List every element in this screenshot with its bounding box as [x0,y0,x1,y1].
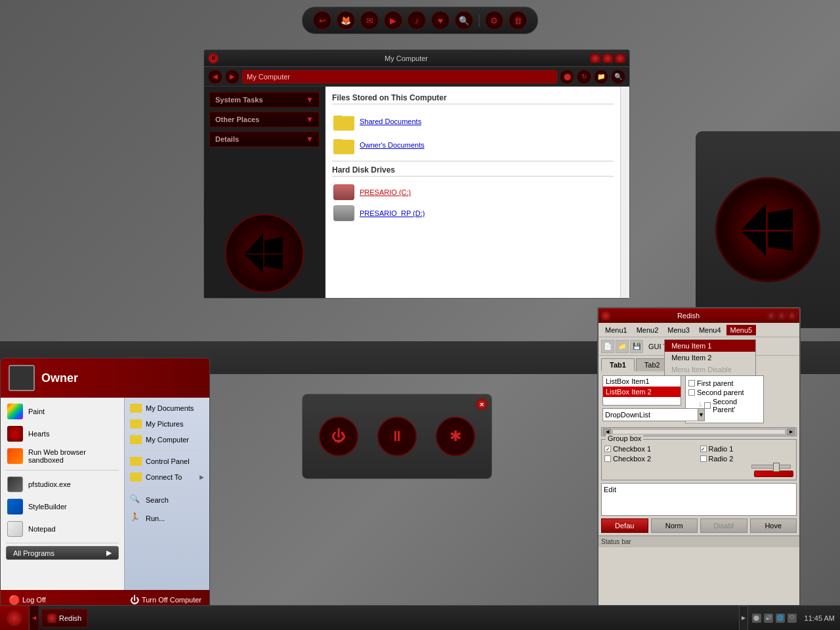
checkbox-1[interactable]: Checkbox 1 [604,445,698,453]
presario-c-item[interactable]: PRESARIO (C:) [332,182,614,203]
taskbar-scroll-left[interactable]: ◀ [30,606,39,631]
slider-thumb[interactable] [773,463,780,472]
owner-documents-item[interactable]: Owner's Documents [332,133,614,157]
dropdown-item-2[interactable]: Menu Item 2 [665,352,755,364]
redish-minimize-button[interactable] [766,312,776,320]
presario-rp-item[interactable]: PRESARIO_RP (D:) [332,203,614,224]
nav-go-button[interactable]: ⬤ [560,70,574,84]
radio-1[interactable]: Radio 1 [700,445,794,453]
right-item-my-pictures[interactable]: My Pictures [125,416,209,432]
menu-item-hearts[interactable]: Hearts [1,423,124,445]
menu-item-browser[interactable]: Run Web browser sandboxed [1,445,124,467]
redish-menu2[interactable]: Menu2 [633,325,663,335]
nav-refresh-button[interactable]: ↻ [577,70,591,84]
tree-checkbox-first[interactable] [688,380,695,387]
hover-button[interactable]: Hove [750,518,797,533]
menu-item-stylebuilder[interactable]: StyleBuilder [1,495,124,518]
redish-menu5[interactable]: Menu5 [726,325,757,335]
taskbar-scroll-right[interactable]: ▶ [739,606,748,631]
dropdown-combo-button[interactable]: ▼ [698,408,705,421]
toolbar-mail-icon[interactable]: ✉ [360,11,379,30]
dropdown-combo-input[interactable] [602,408,698,421]
default-button[interactable]: Defau [601,518,648,533]
redish-menu3[interactable]: Menu3 [663,325,694,335]
power-shutdown-button[interactable]: ⏻ [319,417,358,456]
minimize-button[interactable] [590,54,600,63]
toolbar-trash-icon[interactable]: 🗑 [509,11,527,30]
right-item-my-documents[interactable]: My Documents [125,400,209,416]
slider-track[interactable] [751,465,791,469]
taskbar-redish-label: Redish [59,614,81,622]
edit-box[interactable]: Edit [601,483,797,516]
right-item-control-panel[interactable]: Control Panel [125,453,209,469]
checkbox-2[interactable]: Checkbox 2 [604,455,698,463]
redish-new-icon[interactable]: 📄 [601,340,614,353]
popup-close-button[interactable]: ✕ [476,398,488,410]
menu-item-pfstudiox[interactable]: pfstudiox.exe [1,473,124,495]
listbox-item-1[interactable]: ListBox Item1 [603,376,681,387]
power-restart-button[interactable]: ⏸ [377,417,417,456]
sidebar-system-tasks-arrow: ▼ [306,95,314,104]
redish-menu1[interactable]: Menu1 [601,325,631,335]
redish-maximize-button[interactable] [777,312,786,320]
right-item-search[interactable]: 🔍 Search [125,491,209,509]
sidebar-system-tasks[interactable]: System Tasks ▼ [209,92,320,108]
window-scrollbar[interactable] [620,87,629,298]
taskbar-redish-item[interactable]: Redish [41,609,87,627]
sidebar-details[interactable]: Details ▼ [209,131,320,147]
redish-menu4[interactable]: Menu4 [695,325,725,335]
menu-item-notepad[interactable]: Notepad [1,518,124,540]
nav-folder-button[interactable]: 📁 [594,70,608,84]
toolbar-play-icon[interactable]: ▶ [384,11,402,30]
toolbar-firefox-icon[interactable]: 🦊 [337,11,355,30]
power-hibernate-button[interactable]: ✱ [436,417,475,456]
status-bar-text: Status bar [601,538,631,545]
redish-open-icon[interactable]: 📁 [616,340,629,353]
close-button[interactable] [615,54,625,63]
radio-2-label: Radio 2 [709,455,734,463]
shared-documents-item[interactable]: Shared Documents [332,110,614,133]
all-programs-button[interactable]: All Programs ▶ [6,546,119,560]
right-item-my-computer[interactable]: My Computer [125,432,209,448]
forward-button[interactable]: ▶ [225,70,240,84]
toolbar-settings-icon[interactable]: ⚙ [485,11,503,30]
log-off-button[interactable]: 🔴 Log Off [9,595,46,605]
start-logo [7,610,22,626]
systray-icon-1: ⬤ [752,614,761,623]
right-item-connect-to[interactable]: Connect To ▶ [125,469,209,485]
nav-search-button[interactable]: 🔍 [611,70,625,84]
radio-1-box[interactable] [700,446,707,452]
toolbar-search-icon[interactable]: 🔍 [455,11,473,30]
tree-item-first-parent: First parent [688,379,761,388]
start-button[interactable] [0,606,30,631]
log-off-label: Log Off [22,596,46,604]
norm-button[interactable]: Norm [651,518,698,533]
address-bar[interactable]: My Computer [242,70,557,83]
redish-close-button[interactable] [788,312,797,320]
sidebar-other-places-arrow: ▼ [306,115,314,124]
checkbox-1-box[interactable] [604,446,611,452]
tree-checkbox-second-child[interactable] [704,402,711,409]
maximize-button[interactable] [602,54,613,63]
menu-item-paint[interactable]: Paint [1,400,124,423]
sidebar-other-places[interactable]: Other Places ▼ [209,112,320,127]
toolbar-music-icon[interactable]: ♪ [408,11,426,30]
checkbox-2-box[interactable] [604,455,611,462]
radio-2[interactable]: Radio 2 [700,455,794,463]
control-panel-icon [130,457,142,466]
dropdown-item-1[interactable]: Menu Item 1 [665,340,755,352]
back-button[interactable]: ◀ [208,70,222,84]
tab-tab1[interactable]: Tab1 [601,358,635,371]
shared-documents-label: Shared Documents [360,117,421,125]
tree-checkbox-second[interactable] [688,389,695,396]
toolbar-heart-icon[interactable]: ♥ [431,11,450,30]
listbox-item-2[interactable]: ListBox Item 2 [603,387,681,397]
redish-save-icon[interactable]: 💾 [630,340,643,353]
systray: ⬤ 🔊 🌐 🛡 [752,614,797,623]
turn-off-button[interactable]: ⏻ Turn Off Computer [130,595,201,605]
right-item-run[interactable]: 🏃 Run... [125,509,209,528]
scroll-right-button[interactable]: ▶ [787,429,795,435]
toolbar-back-icon[interactable]: ↩ [313,11,331,30]
harddrives-section-title: Hard Disk Drives [332,165,614,177]
radio-2-box[interactable] [700,455,707,462]
